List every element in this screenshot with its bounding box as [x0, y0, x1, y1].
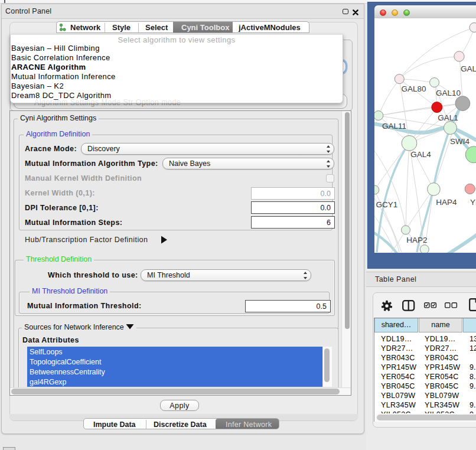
svg-text:GAL7: GAL7	[461, 64, 476, 73]
svg-text:GAL80: GAL80	[401, 84, 426, 93]
svg-text:GAL11: GAL11	[382, 122, 406, 131]
svg-text:GAL1: GAL1	[438, 113, 458, 122]
svg-text:HAP2: HAP2	[406, 236, 427, 244]
svg-text:HAP4: HAP4	[436, 198, 457, 207]
svg-text:YD: YD	[470, 198, 476, 207]
svg-text:SWI4: SWI4	[450, 137, 470, 146]
svg-text:GAL4: GAL4	[410, 150, 431, 159]
svg-text:GAL10: GAL10	[436, 89, 461, 97]
svg-text:GCY1: GCY1	[376, 200, 398, 209]
